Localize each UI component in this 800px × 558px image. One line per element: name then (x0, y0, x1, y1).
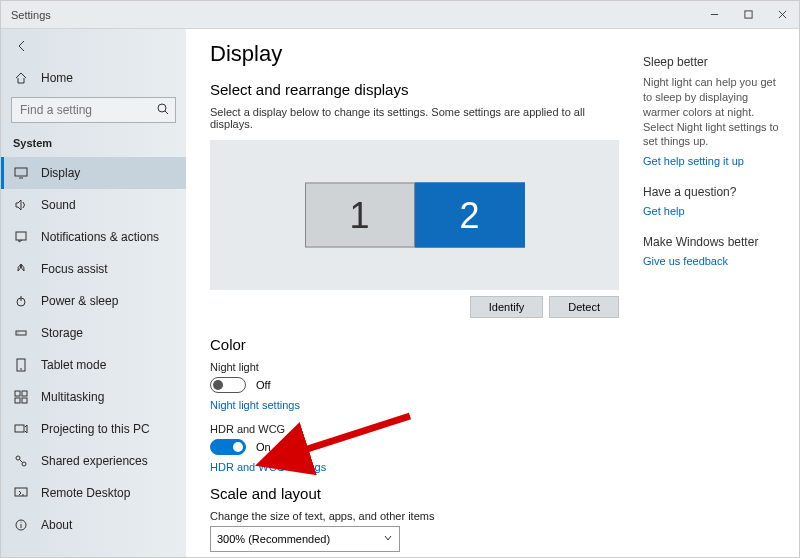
svg-rect-1 (744, 11, 751, 18)
sidebar-item-remote-desktop[interactable]: Remote Desktop (1, 477, 186, 509)
night-light-toggle-row: Off (210, 377, 619, 393)
sidebar-item-focus-assist[interactable]: Focus assist (1, 253, 186, 285)
sleep-better-title: Sleep better (643, 55, 785, 69)
identify-button[interactable]: Identify (470, 296, 543, 318)
detect-button[interactable]: Detect (549, 296, 619, 318)
back-button[interactable] (7, 33, 37, 59)
feedback-title: Make Windows better (643, 235, 785, 249)
display-arrangement-canvas[interactable]: 1 2 (210, 140, 619, 290)
monitor-1[interactable]: 1 (305, 183, 415, 248)
projecting-icon (13, 422, 29, 436)
sidebar-item-label: About (41, 518, 72, 532)
svg-point-21 (22, 462, 26, 466)
sidebar-item-label: Projecting to this PC (41, 422, 150, 436)
night-light-label: Night light (210, 361, 619, 373)
focus-assist-icon (13, 262, 29, 276)
scale-dropdown[interactable]: 300% (Recommended) (210, 526, 400, 552)
multitasking-icon (13, 390, 29, 404)
scale-heading: Scale and layout (210, 485, 619, 502)
question-title: Have a question? (643, 185, 785, 199)
hdr-settings-link[interactable]: HDR and WCG settings (210, 461, 619, 473)
shared-icon (13, 454, 29, 468)
rearrange-heading: Select and rearrange displays (210, 81, 619, 98)
sidebar-item-label: Focus assist (41, 262, 108, 276)
minimize-button[interactable] (697, 2, 731, 28)
svg-point-12 (18, 333, 19, 334)
tablet-icon (13, 358, 29, 372)
svg-rect-15 (15, 391, 20, 396)
search-wrap (11, 97, 176, 123)
sidebar-item-projecting[interactable]: Projecting to this PC (1, 413, 186, 445)
sidebar-item-power-sleep[interactable]: Power & sleep (1, 285, 186, 317)
storage-icon (13, 326, 29, 340)
hdr-label: HDR and WCG (210, 423, 619, 435)
svg-rect-19 (15, 425, 24, 432)
settings-window: Settings Home System Display (0, 0, 800, 558)
sidebar-item-notifications[interactable]: Notifications & actions (1, 221, 186, 253)
sleep-better-link[interactable]: Get help setting it up (643, 155, 785, 167)
content-panel: Display Select and rearrange displays Se… (186, 29, 639, 557)
svg-rect-23 (15, 488, 27, 496)
power-icon (13, 294, 29, 308)
sidebar-item-label: Storage (41, 326, 83, 340)
main-area: Display Select and rearrange displays Se… (186, 29, 799, 557)
rearrange-desc: Select a display below to change its set… (210, 106, 619, 130)
svg-line-22 (20, 460, 23, 463)
svg-point-26 (21, 522, 22, 523)
monitors-group: 1 2 (305, 183, 525, 248)
sidebar-item-label: Power & sleep (41, 294, 118, 308)
night-light-toggle[interactable] (210, 377, 246, 393)
get-help-link[interactable]: Get help (643, 205, 785, 217)
scale-desc: Change the size of text, apps, and other… (210, 510, 619, 522)
window-body: Home System Display Sound Notifications … (1, 29, 799, 557)
sidebar-item-label: Remote Desktop (41, 486, 130, 500)
window-controls (697, 2, 799, 28)
svg-rect-16 (22, 391, 27, 396)
night-light-state: Off (256, 379, 270, 391)
svg-rect-6 (15, 168, 27, 176)
about-icon (13, 518, 29, 532)
home-icon (13, 71, 29, 85)
aside-panel: Sleep better Night light can help you ge… (639, 29, 799, 557)
page-title: Display (210, 41, 619, 67)
notifications-icon (13, 230, 29, 244)
display-buttons: Identify Detect (210, 296, 619, 318)
sound-icon (13, 198, 29, 212)
sidebar-item-display[interactable]: Display (1, 157, 186, 189)
sidebar-item-shared-experiences[interactable]: Shared experiences (1, 445, 186, 477)
title-bar: Settings (1, 1, 799, 29)
svg-rect-18 (22, 398, 27, 403)
sidebar-item-label: Shared experiences (41, 454, 148, 468)
display-icon (13, 166, 29, 180)
sleep-better-body: Night light can help you get to sleep by… (643, 75, 785, 149)
sidebar-item-storage[interactable]: Storage (1, 317, 186, 349)
sidebar-item-label: Display (41, 166, 80, 180)
svg-point-20 (16, 456, 20, 460)
hdr-toggle[interactable] (210, 439, 246, 455)
sidebar-item-tablet-mode[interactable]: Tablet mode (1, 349, 186, 381)
sidebar-item-about[interactable]: About (1, 509, 186, 541)
hdr-toggle-row: On (210, 439, 619, 455)
night-light-settings-link[interactable]: Night light settings (210, 399, 619, 411)
remote-desktop-icon (13, 486, 29, 500)
window-title: Settings (11, 9, 51, 21)
sidebar-item-sound[interactable]: Sound (1, 189, 186, 221)
chevron-down-icon (383, 533, 393, 545)
scale-value: 300% (Recommended) (217, 533, 330, 545)
home-nav[interactable]: Home (1, 63, 186, 93)
maximize-button[interactable] (731, 2, 765, 28)
monitor-2[interactable]: 2 (415, 183, 525, 248)
sidebar-item-label: Tablet mode (41, 358, 106, 372)
close-button[interactable] (765, 2, 799, 28)
search-input[interactable] (11, 97, 176, 123)
svg-rect-17 (15, 398, 20, 403)
sidebar-item-label: Sound (41, 198, 76, 212)
section-label: System (1, 133, 186, 157)
color-heading: Color (210, 336, 619, 353)
sidebar: Home System Display Sound Notifications … (1, 29, 186, 557)
sidebar-item-label: Multitasking (41, 390, 104, 404)
home-label: Home (41, 71, 73, 85)
svg-rect-8 (16, 232, 26, 240)
sidebar-item-multitasking[interactable]: Multitasking (1, 381, 186, 413)
give-feedback-link[interactable]: Give us feedback (643, 255, 785, 267)
